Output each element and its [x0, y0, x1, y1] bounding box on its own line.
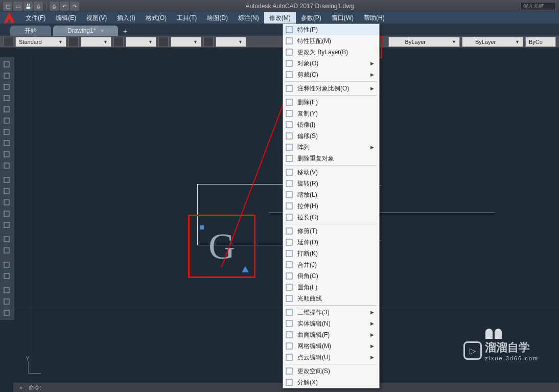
dropdown-item-30[interactable]: 实体编辑(N)▶ [283, 318, 379, 329]
dropdown-item-21[interactable]: 修剪(T) [283, 225, 379, 237]
svg-rect-38 [286, 192, 292, 198]
dropdown-item-16[interactable]: 旋转(R) [283, 178, 379, 189]
rect-tool-icon[interactable] [1, 104, 12, 114]
bylayer-color-select[interactable]: ByLayer▼ [388, 37, 460, 47]
mleader-style-select[interactable]: ▼ [171, 37, 201, 47]
text-style-icon[interactable] [3, 37, 13, 47]
file-tab-1[interactable]: Drawing1*× [53, 26, 118, 36]
region-tool-icon[interactable] [1, 160, 12, 171]
byco-select[interactable]: ByCo [525, 37, 556, 47]
file-tab-0[interactable]: 开始 [10, 26, 51, 36]
table-style-icon[interactable] [113, 37, 124, 47]
menu-11[interactable]: 帮助(H) [359, 12, 390, 24]
dropdown-item-9[interactable]: 复制(Y) [283, 108, 379, 119]
text-tool-icon[interactable] [1, 260, 12, 270]
new-icon[interactable]: ▢ [3, 2, 12, 11]
menu-9[interactable]: 参数(P) [296, 12, 327, 24]
offset-tool-icon[interactable] [1, 209, 12, 219]
autocad-logo-icon[interactable] [2, 10, 16, 25]
menu-6[interactable]: 绘图(D) [202, 12, 233, 24]
layer2-tool-icon[interactable] [1, 296, 12, 307]
dropdown-item-label: 圆角(F) [295, 283, 374, 292]
mleader-style-icon[interactable] [158, 37, 169, 47]
dropdown-item-8[interactable]: 删除(E) [283, 97, 379, 108]
table-style-select[interactable]: ▼ [126, 37, 156, 47]
layer1-tool-icon[interactable] [1, 285, 12, 295]
mirror-tool-icon[interactable] [1, 197, 12, 207]
dim-style-select[interactable]: ▼ [81, 37, 111, 47]
copy-tool-icon[interactable] [1, 186, 12, 196]
annotation-select[interactable]: ▼ [216, 37, 246, 47]
point-tool-icon[interactable] [1, 149, 12, 159]
array-tool-icon[interactable] [1, 220, 12, 230]
move-tool-icon[interactable] [1, 175, 12, 185]
dropdown-item-22[interactable]: 延伸(D) [283, 237, 379, 248]
tab-add-button[interactable]: + [120, 27, 130, 36]
dropdown-item-24[interactable]: 合并(J) [283, 259, 379, 270]
menu-3[interactable]: 插入(I) [112, 12, 140, 24]
tab-close-icon[interactable]: × [101, 28, 104, 34]
dropdown-item-0[interactable]: 特性(P) [283, 24, 379, 35]
menu-2[interactable]: 视图(V) [81, 12, 112, 24]
menu-7[interactable]: 标注(N) [233, 12, 264, 24]
polyline-tool-icon[interactable] [1, 71, 12, 81]
dropdown-item-27[interactable]: 光顺曲线 [283, 293, 379, 304]
print-icon[interactable]: ⎙ [50, 2, 59, 11]
save-icon[interactable]: 💾 [24, 2, 33, 11]
dropdown-item-35[interactable]: 更改空间(S) [283, 365, 379, 377]
extend-tool-icon[interactable] [1, 245, 12, 256]
dropdown-item-label: 拉伸(H) [295, 202, 374, 211]
dropdown-item-23[interactable]: 打断(K) [283, 248, 379, 259]
menu-0[interactable]: 文件(F) [20, 12, 51, 24]
dropdown-item-1[interactable]: 特性匹配(M) [283, 35, 379, 47]
line-tool-icon[interactable] [1, 59, 12, 70]
submenu-arrow-icon: ▶ [370, 332, 374, 337]
annotation-icon[interactable] [203, 37, 214, 47]
saveas-icon[interactable]: ⎙ [34, 2, 43, 11]
search-input[interactable]: 键入关键 [520, 2, 556, 10]
hatch-tool-icon[interactable] [1, 127, 12, 137]
menu-5[interactable]: 工具(T) [172, 12, 202, 24]
bylayer-line-select[interactable]: ByLayer▼ [462, 37, 523, 47]
dropdown-item-29[interactable]: 三维操作(3)▶ [283, 307, 379, 318]
circle-tool-icon[interactable] [1, 82, 12, 92]
dropdown-item-18[interactable]: 拉伸(H) [283, 200, 379, 212]
menu-4[interactable]: 格式(O) [141, 12, 172, 24]
menu-10[interactable]: 窗口(W) [327, 12, 359, 24]
undo-icon[interactable]: ↶ [60, 2, 69, 11]
dropdown-item-32[interactable]: 网格编辑(M)▶ [283, 340, 379, 352]
dropdown-item-31[interactable]: 曲面编辑(F)▶ [283, 329, 379, 340]
dropdown-item-17[interactable]: 缩放(L) [283, 189, 379, 200]
dim-style-icon[interactable] [68, 37, 79, 47]
dropdown-item-15[interactable]: 移动(V) [283, 167, 379, 178]
trim-tool-icon[interactable] [1, 234, 12, 244]
dropdown-item-label: 曲面编辑(F) [295, 331, 370, 339]
dropdown-item-2[interactable]: 更改为 ByLayer(B) [283, 47, 379, 58]
dropdown-item-4[interactable]: 剪裁(C)▶ [283, 69, 379, 80]
layer3-tool-icon[interactable] [1, 308, 12, 318]
dropdown-item-icon [283, 340, 295, 352]
ellipse-tool-icon[interactable] [1, 116, 12, 126]
dropdown-item-19[interactable]: 拉长(G) [283, 212, 379, 223]
text-style-select[interactable]: Standard▼ [15, 37, 66, 47]
arc-tool-icon[interactable] [1, 93, 12, 103]
dim-tool-icon[interactable] [1, 271, 12, 281]
menu-1[interactable]: 编辑(E) [51, 12, 81, 24]
svg-rect-44 [286, 262, 292, 268]
dropdown-item-3[interactable]: 对象(O)▶ [283, 58, 379, 69]
dropdown-item-11[interactable]: 偏移(S) [283, 130, 379, 142]
open-icon[interactable]: ▭ [13, 2, 22, 11]
dropdown-item-25[interactable]: 倒角(C) [283, 270, 379, 282]
dropdown-item-12[interactable]: 阵列▶ [283, 142, 379, 153]
dropdown-item-26[interactable]: 圆角(F) [283, 282, 379, 293]
dropdown-item-label: 网格编辑(M) [295, 342, 370, 351]
dropdown-item-33[interactable]: 点云编辑(U)▶ [283, 352, 379, 363]
redo-icon[interactable]: ↷ [70, 2, 79, 11]
dropdown-item-36[interactable]: 分解(X) [283, 377, 379, 388]
blue-square-marker [200, 225, 204, 229]
spline-tool-icon[interactable] [1, 138, 12, 148]
dropdown-item-6[interactable]: 注释性对象比例(O)▶ [283, 83, 379, 94]
dropdown-item-10[interactable]: 镜像(I) [283, 119, 379, 130]
menu-8[interactable]: 修改(M) [264, 12, 296, 24]
dropdown-item-13[interactable]: 删除重复对象 [283, 153, 379, 164]
